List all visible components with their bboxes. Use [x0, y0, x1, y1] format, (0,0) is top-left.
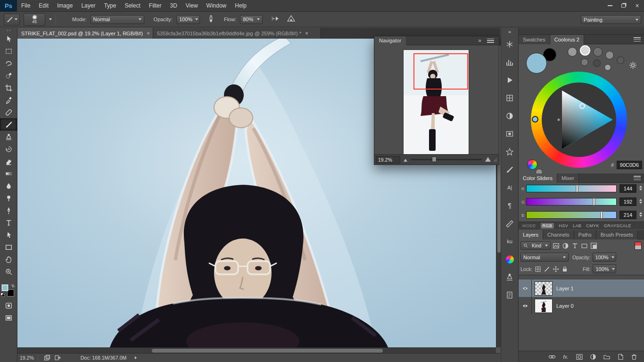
new-group-icon[interactable]	[602, 352, 612, 362]
link-layers-icon[interactable]	[547, 352, 557, 362]
navigator-zoom-slider[interactable]	[411, 159, 482, 160]
hand-tool[interactable]	[0, 253, 17, 265]
crop-tool[interactable]	[0, 82, 17, 94]
move-tool[interactable]	[0, 33, 17, 45]
tab-mixer[interactable]: Mixer	[557, 173, 579, 183]
marquee-tool[interactable]	[0, 45, 17, 57]
flow-dropdown[interactable]: 80%	[240, 15, 263, 24]
pixel-filter-icon[interactable]	[552, 242, 560, 250]
layer-thumbnail[interactable]	[535, 281, 553, 296]
restore-button[interactable]	[617, 0, 630, 12]
clone-source-icon[interactable]	[501, 268, 518, 286]
shape-filter-icon[interactable]	[580, 242, 588, 250]
harmony-swatch[interactable]	[604, 64, 611, 71]
minimize-button[interactable]	[603, 0, 617, 12]
tab-paths[interactable]: Paths	[574, 230, 596, 239]
slider-panel-menu-icon[interactable]	[634, 176, 641, 180]
hue-wheel[interactable]	[531, 72, 627, 168]
menu-layer[interactable]: Layer	[77, 0, 99, 12]
lock-transparency-icon[interactable]	[535, 266, 541, 272]
slider-stepper-b[interactable]	[639, 212, 642, 217]
paragraph-icon[interactable]: ¶	[501, 197, 518, 214]
new-adjustment-layer-icon[interactable]	[588, 352, 598, 362]
adjustments-icon[interactable]	[501, 107, 518, 125]
foreground-color-swatch[interactable]	[1, 284, 8, 291]
harmony-swatch[interactable]	[593, 59, 601, 67]
brush-picker-arrow-icon[interactable]	[49, 18, 52, 20]
zoom-in-mountain-icon[interactable]	[485, 156, 491, 164]
lock-pixels-icon[interactable]	[544, 266, 550, 272]
brush-panel-icon[interactable]	[501, 161, 518, 179]
add-layer-mask-icon[interactable]	[574, 352, 585, 362]
brush-preset-picker[interactable]: 45	[24, 13, 45, 26]
delete-layer-icon[interactable]	[629, 352, 639, 362]
hex-value-field[interactable]: 90C0D6	[617, 161, 642, 169]
quick-selection-tool[interactable]	[0, 69, 17, 82]
layer-name[interactable]: Layer 0	[556, 303, 574, 309]
navigator-tab[interactable]: Navigator	[374, 36, 406, 45]
harmony-swatch[interactable]	[593, 47, 603, 57]
mode-grayscale[interactable]: GRAYSCALE	[604, 223, 631, 228]
tab-close-icon[interactable]: ×	[305, 30, 308, 37]
slider-track-g[interactable]	[526, 198, 617, 206]
pressure-size-icon[interactable]	[287, 14, 296, 25]
menu-edit[interactable]: Edit	[34, 0, 53, 12]
slider-value-b[interactable]: 214	[619, 211, 636, 219]
harmony-swatch[interactable]	[581, 58, 588, 66]
hue-ring-cursor[interactable]	[532, 116, 538, 123]
tab-layers[interactable]: Layers	[519, 230, 543, 239]
character-icon[interactable]: A|	[501, 179, 518, 197]
harmony-swatch[interactable]	[617, 57, 624, 64]
current-color-circle[interactable]	[526, 53, 547, 74]
masks-icon[interactable]	[501, 125, 518, 143]
pen-tool[interactable]	[0, 204, 17, 216]
layer-visibility-cell[interactable]	[519, 297, 532, 314]
menu-view[interactable]: View	[182, 0, 202, 12]
color-themes-icon[interactable]	[501, 250, 518, 268]
slider-thumb[interactable]	[576, 185, 578, 192]
blur-tool[interactable]	[0, 180, 17, 192]
mode-cmyk[interactable]: CMYK	[586, 223, 599, 228]
screen-mode-button[interactable]	[0, 312, 17, 324]
lasso-tool[interactable]	[0, 57, 17, 69]
layer-visibility-cell[interactable]	[519, 280, 532, 297]
airbrush-icon[interactable]	[270, 14, 279, 25]
layer-effects-icon[interactable]: fx.	[561, 352, 571, 362]
smart-object-filter-icon[interactable]	[590, 242, 598, 250]
expand-dock-icon[interactable]: «	[501, 28, 518, 35]
type-tool[interactable]	[0, 216, 17, 229]
tab-brush-presets[interactable]: Brush Presets	[596, 230, 638, 239]
fill-dropdown[interactable]: 100%	[593, 264, 616, 273]
color-sphere-icon[interactable]	[527, 159, 537, 170]
measurement-icon[interactable]	[501, 214, 518, 232]
horizontal-scrollbar-thumb[interactable]	[152, 349, 383, 353]
kuler-icon[interactable]: ku	[501, 232, 518, 250]
mode-rgb[interactable]: RGB	[541, 223, 554, 229]
tab-channels[interactable]: Channels	[543, 230, 574, 239]
brush-tool[interactable]	[0, 118, 17, 131]
mode-dropdown[interactable]: Normal	[91, 15, 144, 24]
status-zoom-value[interactable]: 19.2%	[20, 355, 34, 361]
layer-row-selected[interactable]: Layer 1	[519, 280, 644, 297]
filter-toggle-switch[interactable]	[635, 242, 642, 250]
styles-icon[interactable]	[501, 143, 518, 161]
toolbar-grip[interactable]	[0, 28, 17, 33]
pressure-opacity-icon[interactable]	[206, 14, 215, 25]
slider-value-r[interactable]: 144	[619, 184, 636, 193]
menu-file[interactable]: File	[17, 0, 34, 12]
type-filter-icon[interactable]	[571, 242, 579, 250]
tool-preset-picker[interactable]	[4, 14, 20, 25]
close-button[interactable]: ×	[630, 0, 644, 12]
color-panel-menu-icon[interactable]	[634, 37, 641, 41]
path-selection-tool[interactable]	[0, 229, 17, 241]
harmony-swatch[interactable]	[568, 47, 577, 57]
mode-hsv[interactable]: HSV	[559, 223, 568, 228]
tab-close-icon[interactable]: ×	[147, 30, 150, 37]
notes-icon[interactable]	[501, 286, 518, 304]
menu-type[interactable]: Type	[99, 0, 120, 12]
layers-badge-icon[interactable]	[42, 353, 52, 362]
opacity-dropdown[interactable]: 100%	[176, 15, 200, 24]
zoom-out-mountain-icon[interactable]	[403, 156, 408, 164]
adjustment-filter-icon[interactable]	[561, 242, 570, 250]
harmony-swatch[interactable]	[580, 45, 590, 56]
